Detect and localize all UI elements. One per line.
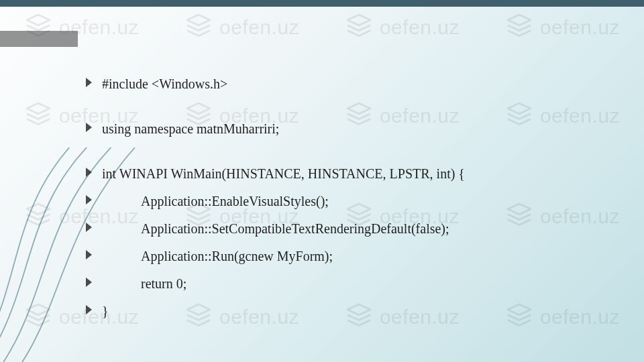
stack-icon — [24, 12, 52, 43]
code-list: #include <Windows.h> using namespace mat… — [86, 75, 597, 330]
watermark-row: oefen.uz oefen.uz oefen.uz oefen.uz — [0, 12, 644, 43]
watermark-text: oefen.uz — [540, 16, 620, 39]
code-line: } — [102, 304, 109, 318]
code-line: using namespace matnMuharriri; — [102, 121, 279, 136]
watermark-text: oefen.uz — [380, 16, 460, 39]
watermark-text: oefen.uz — [59, 16, 139, 39]
list-item: return 0; — [86, 275, 597, 293]
stack-icon — [184, 12, 213, 43]
watermark-text: oefen.uz — [219, 16, 299, 39]
stack-icon — [345, 12, 373, 43]
code-line: Application::EnableVisualStyles(); — [102, 192, 329, 210]
list-item: int WINAPI WinMain(HINSTANCE, HINSTANCE,… — [86, 165, 597, 183]
stack-icon — [505, 12, 533, 43]
stack-icon — [24, 101, 52, 131]
watermark-item: oefen.uz — [24, 12, 139, 43]
watermark-item: oefen.uz — [505, 12, 620, 43]
svg-marker-4 — [27, 103, 50, 114]
slide: oefen.uz oefen.uz oefen.uz oefen.uz o — [0, 0, 644, 362]
watermark-item: oefen.uz — [345, 12, 460, 43]
list-item: Application::Run(gcnew MyForm); — [86, 247, 597, 265]
list-item: #include <Windows.h> — [86, 75, 597, 93]
svg-marker-1 — [187, 15, 210, 25]
list-item: Application::EnableVisualStyles(); — [86, 192, 597, 210]
stack-icon — [24, 302, 52, 333]
list-item: using namespace matnMuharriri; — [86, 120, 597, 138]
svg-marker-12 — [27, 304, 50, 315]
code-line: #include <Windows.h> — [102, 76, 227, 91]
svg-marker-2 — [347, 15, 370, 25]
slide-top-bar — [0, 0, 644, 7]
svg-marker-3 — [508, 15, 531, 25]
code-line: Application::SetCompatibleTextRenderingD… — [102, 220, 449, 238]
stack-icon — [24, 201, 52, 232]
list-item: } — [86, 302, 597, 320]
code-line: return 0; — [102, 275, 186, 293]
svg-marker-8 — [27, 204, 50, 215]
watermark-item: oefen.uz — [184, 12, 299, 43]
code-line: Application::Run(gcnew MyForm); — [102, 247, 333, 265]
list-item: Application::SetCompatibleTextRenderingD… — [86, 220, 597, 238]
svg-marker-0 — [27, 15, 50, 25]
code-line: int WINAPI WinMain(HINSTANCE, HINSTANCE,… — [102, 166, 465, 181]
